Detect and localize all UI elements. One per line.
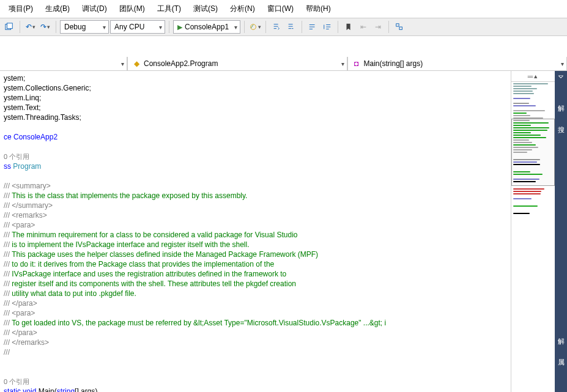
save-all-button[interactable]: [2, 20, 16, 34]
menu-item[interactable]: 窗口(W): [262, 2, 298, 16]
menu-item[interactable]: 项目(P): [4, 2, 38, 16]
prev-bookmark-button[interactable]: ⇤: [357, 20, 370, 34]
class-icon: ◆: [132, 59, 141, 68]
browser-link-button[interactable]: ▾: [248, 20, 262, 34]
side-panel-rail: ⊿ 解 搜 解 属: [555, 71, 567, 392]
nav-project-combo[interactable]: [0, 57, 127, 70]
comment-button[interactable]: [306, 20, 319, 34]
nav-class-combo[interactable]: ◆ConsoleApp2.Program: [127, 57, 347, 70]
svg-rect-4: [399, 27, 402, 29]
solution-config-combo[interactable]: Debug: [60, 20, 109, 34]
code-editor[interactable]: ystem; ystem.Collections.Generic; ystem.…: [0, 71, 511, 392]
toggle-outlining-button[interactable]: [393, 20, 406, 34]
menu-item[interactable]: 帮助(H): [301, 2, 336, 16]
minimap-panel: ═▲: [511, 71, 555, 392]
menu-item[interactable]: 调试(D): [77, 2, 112, 16]
svg-rect-3: [396, 24, 399, 26]
step-into-button[interactable]: [270, 20, 283, 34]
editor-area: ystem; ystem.Collections.Generic; ystem.…: [0, 71, 567, 392]
undo-button[interactable]: ↶▾: [24, 20, 37, 34]
menu-item[interactable]: 团队(M): [114, 2, 150, 16]
menu-item[interactable]: 生成(B): [40, 2, 75, 16]
next-bookmark-button[interactable]: ⇥: [371, 20, 385, 34]
solution-platform-combo[interactable]: Any CPU: [110, 20, 165, 34]
navigation-bar: ◆ConsoleApp2.Program ◘Main(string[] args…: [0, 57, 567, 71]
start-debugging-button[interactable]: ▶ConsoleApp1: [173, 20, 240, 34]
minimap-viewport[interactable]: [511, 119, 555, 186]
menu-item[interactable]: 测试(S): [188, 2, 223, 16]
redo-button[interactable]: ↷▾: [39, 20, 52, 34]
play-icon: ▶: [177, 23, 182, 31]
split-handle[interactable]: ═▲: [511, 71, 555, 82]
nav-member-combo[interactable]: ◘Main(string[] args): [347, 57, 568, 70]
menu-item[interactable]: 工具(T): [152, 2, 186, 16]
menu-item[interactable]: 分析(N): [225, 2, 260, 16]
method-icon: ◘: [352, 59, 361, 68]
step-over-button[interactable]: [284, 20, 298, 34]
bookmark-button[interactable]: [342, 20, 355, 34]
uncomment-button[interactable]: [321, 20, 334, 34]
main-toolbar: ↶▾ ↷▾ Debug Any CPU ▶ConsoleApp1 ▾ ⇤ ⇥: [0, 18, 567, 36]
svg-rect-1: [7, 23, 13, 29]
minimap[interactable]: [511, 82, 555, 392]
menu-bar: 项目(P)生成(B)调试(D)团队(M)工具(T)测试(S)分析(N)窗口(W)…: [0, 0, 567, 18]
pin-icon[interactable]: ⊿: [557, 72, 565, 80]
